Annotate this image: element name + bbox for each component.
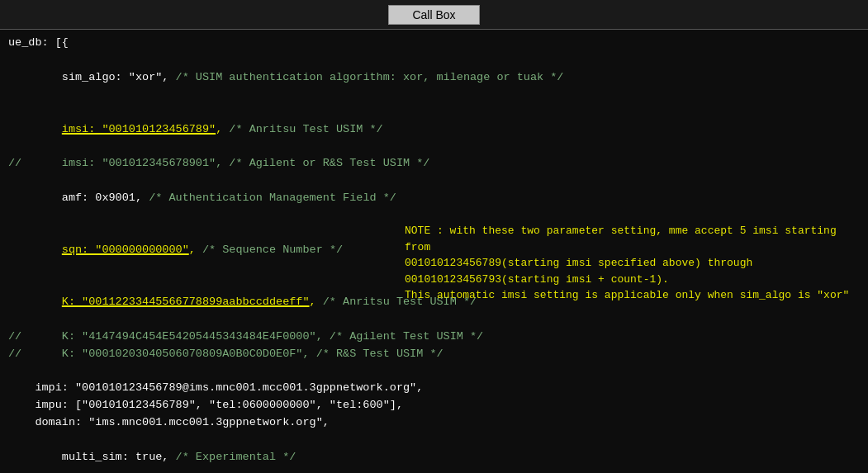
callbox-titlebar: Call Box <box>0 0 868 30</box>
code-line-14: multi_sim: true, /* Experimental */ <box>8 432 860 473</box>
code-line-3: imsi: "001010123456789", /* Anritsu Test… <box>8 104 860 156</box>
note-line2: 001010123456789(starting imsi specified … <box>405 257 752 269</box>
code-line-12: impu: ["001010123456789", "tel:060000000… <box>8 397 860 414</box>
note-line1: NOTE : with these two parameter setting,… <box>405 225 837 253</box>
note-box: NOTE : with these two parameter setting,… <box>405 223 859 304</box>
code-line-2: sim_algo: "xor", /* USIM authentication … <box>8 52 860 104</box>
code-line-10 <box>8 363 860 381</box>
note-line4: This automatic imsi setting is applicabl… <box>405 289 849 301</box>
callbox-title: Call Box <box>388 5 479 25</box>
note-line3: 001010123456793(starting imsi + count-1)… <box>405 273 669 286</box>
code-line-4: // imsi: "001012345678901", /* Agilent o… <box>8 155 860 173</box>
code-line-9: // K: "00010203040506070809A0B0C0D0E0F",… <box>8 346 860 363</box>
code-line-1: ue_db: [{ <box>8 35 860 52</box>
code-line-5: amf: 0x9001, /* Authentication Managemen… <box>8 173 860 225</box>
code-line-8: // K: "4147494C454E54205445343484E4F0000… <box>8 329 860 346</box>
code-line-13: domain: "ims.mnc001.mcc001.3gppnetwork.o… <box>8 414 860 432</box>
code-line-11: impi: "001010123456789@ims.mnc001.mcc001… <box>8 380 860 397</box>
